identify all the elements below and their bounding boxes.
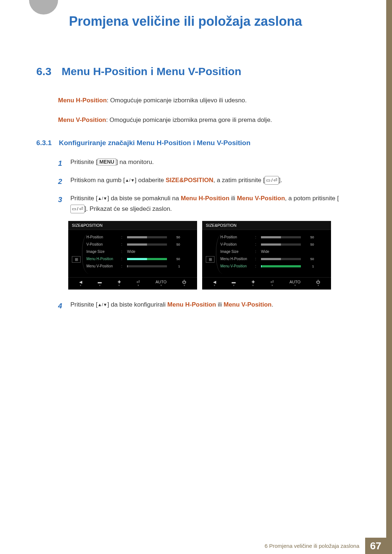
step-text: Pritisnite [▲/▼] da biste konfigurirali … <box>70 300 273 312</box>
osd-power-icon: ⏻▾ <box>316 280 320 287</box>
osd-minus-icon: ▬▾ <box>232 280 236 287</box>
desc-h-position: Menu H-Position: Omogućuje pomicanje izb… <box>58 96 352 105</box>
osd-enter-icon: ⏎▾ <box>136 280 140 287</box>
keyword: Menu V-Position <box>224 301 271 308</box>
osd-row-value: 50 <box>169 243 180 246</box>
subsection-number: 6.3.1 <box>36 139 52 147</box>
osd-row: H-Position:50 <box>86 234 193 241</box>
osd-row-label: Menu V-Position <box>220 264 253 268</box>
section-heading: 6.3 Menu H-Position i Menu V-Position <box>36 65 352 78</box>
osd-row-value: 50 <box>303 257 314 261</box>
chapter-title: Promjena veličine ili položaja zaslona <box>69 14 302 29</box>
up-down-icon: ▲/▼ <box>98 196 107 201</box>
osd-plus-icon: ✚▾ <box>252 280 255 287</box>
osd-category-icon: ▦ <box>206 256 215 263</box>
osd-row-label: H-Position <box>220 235 253 239</box>
osd-row-value: 50 <box>169 257 180 261</box>
osd-slider <box>127 236 167 238</box>
osd-screenshots: SIZE&POSITION ▦ H-Position:50V-Position:… <box>68 221 352 290</box>
osd-colon: : <box>121 257 125 261</box>
chapter-badge <box>29 0 58 15</box>
osd-row-value: 1 <box>169 264 180 268</box>
osd-slider <box>127 243 167 246</box>
osd-slider <box>127 265 167 267</box>
step-2: 2 Pritiskom na gumb [▲/▼] odaberite SIZE… <box>58 175 352 188</box>
step-number: 4 <box>58 300 64 312</box>
osd-curve-decor <box>82 234 89 274</box>
osd-enter-icon: ⏎▾ <box>270 280 274 287</box>
subsection-heading: 6.3.1 Konfiguriranje značajki Menu H-Pos… <box>36 139 352 147</box>
keyword: Menu V-Position <box>237 195 285 202</box>
osd-colon: : <box>255 257 259 261</box>
osd-row: Image Size:Wide <box>86 248 193 255</box>
osd-curve-decor <box>216 234 222 274</box>
osd-title: SIZE&POSITION <box>202 221 331 230</box>
osd-row: Menu H-Position:50 <box>86 255 193 263</box>
osd-row-value: Wide <box>261 250 269 254</box>
steps-list-cont: 4 Pritisnite [▲/▼] da biste konfiguriral… <box>58 300 352 312</box>
osd-row-label: Menu H-Position <box>220 257 253 261</box>
osd-colon: : <box>255 264 259 268</box>
osd-row-label: Image Size <box>220 250 253 254</box>
osd-row-value: 50 <box>303 243 314 246</box>
page-number: 67 <box>365 538 386 554</box>
osd-row: V-Position:50 <box>86 241 193 248</box>
osd-slider <box>127 258 167 260</box>
osd-row-label: Menu H-Position <box>86 257 119 261</box>
up-down-icon: ▲/▼ <box>98 302 107 307</box>
osd-body: ▦ H-Position:50V-Position:50Image Size:W… <box>202 230 331 277</box>
osd-footer: ◀▾ ▬▾ ✚▾ ⏎▾ AUTO▾ ⏻▾ <box>202 277 331 290</box>
source-icon: ▭ <box>266 176 270 184</box>
enter-icon: ⏎ <box>273 176 277 184</box>
step-3: 3 Pritisnite [▲/▼] da biste se pomaknuli… <box>58 193 352 214</box>
footer-text: 6 Promjena veličine ili položaja zaslona <box>259 538 365 554</box>
osd-back-icon: ◀▾ <box>79 280 82 287</box>
osd-colon: : <box>121 242 125 246</box>
step-number: 3 <box>58 193 64 214</box>
osd-slider <box>261 236 301 238</box>
step-text: Pritiskom na gumb [▲/▼] odaberite SIZE&P… <box>70 175 282 188</box>
keyword: Menu H-Position <box>167 301 216 308</box>
osd-row: Menu V-Position:1 <box>220 263 327 270</box>
osd-slider-fill <box>261 236 281 238</box>
osd-footer: ◀▾ ▬▾ ✚▾ ⏎▾ AUTO▾ ⏻▾ <box>68 277 197 290</box>
osd-row: H-Position:50 <box>220 234 327 241</box>
osd-row-label: V-Position <box>86 242 119 246</box>
step-text: Pritisnite [▲/▼] da biste se pomaknuli n… <box>70 193 352 214</box>
osd-plus-icon: ✚▾ <box>118 280 121 287</box>
osd-slider-fill <box>127 236 147 238</box>
osd-colon: : <box>255 235 259 239</box>
content-area: 6.3 Menu H-Position i Menu V-Position Me… <box>36 65 352 318</box>
page-footer: 6 Promjena veličine ili položaja zaslona… <box>0 538 386 554</box>
osd-slider <box>261 258 301 260</box>
osd-row-label: V-Position <box>220 242 253 246</box>
step-number: 1 <box>58 157 64 169</box>
step-4: 4 Pritisnite [▲/▼] da biste konfiguriral… <box>58 300 352 312</box>
source-icon: ▭ <box>72 205 76 213</box>
osd-row-value: 50 <box>169 235 180 239</box>
osd-slider-fill <box>261 265 262 267</box>
osd-colon: : <box>121 235 125 239</box>
osd-row: Menu H-Position:50 <box>220 255 327 263</box>
enter-icon: ⏎ <box>79 205 83 213</box>
osd-colon: : <box>121 250 125 254</box>
osd-row: Image Size:Wide <box>220 248 327 255</box>
osd-slider-fill <box>127 265 128 267</box>
menu-button-label: MENU <box>98 159 116 165</box>
section-title: Menu H-Position i Menu V-Position <box>62 65 241 78</box>
osd-row-value: 1 <box>303 264 314 268</box>
keyword: SIZE&POSITION <box>166 177 213 184</box>
desc-v-position: Menu V-Position: Omogućuje pomicanje izb… <box>58 115 352 125</box>
osd-title: SIZE&POSITION <box>68 221 197 230</box>
osd-row-label: Image Size <box>86 250 119 254</box>
osd-colon: : <box>255 250 259 254</box>
up-down-icon: ▲/▼ <box>125 178 135 183</box>
steps-list: 1 Pritisnite [MENU] na monitoru. 2 Priti… <box>58 157 352 214</box>
osd-minus-icon: ▬▾ <box>98 280 102 287</box>
osd-slider-fill <box>127 243 147 246</box>
source-enter-icon: ▭/⏎ <box>265 176 279 185</box>
step-number: 2 <box>58 175 64 188</box>
osd-colon: : <box>121 264 125 268</box>
osd-slider <box>261 243 301 246</box>
osd-panel-left: SIZE&POSITION ▦ H-Position:50V-Position:… <box>68 221 197 290</box>
